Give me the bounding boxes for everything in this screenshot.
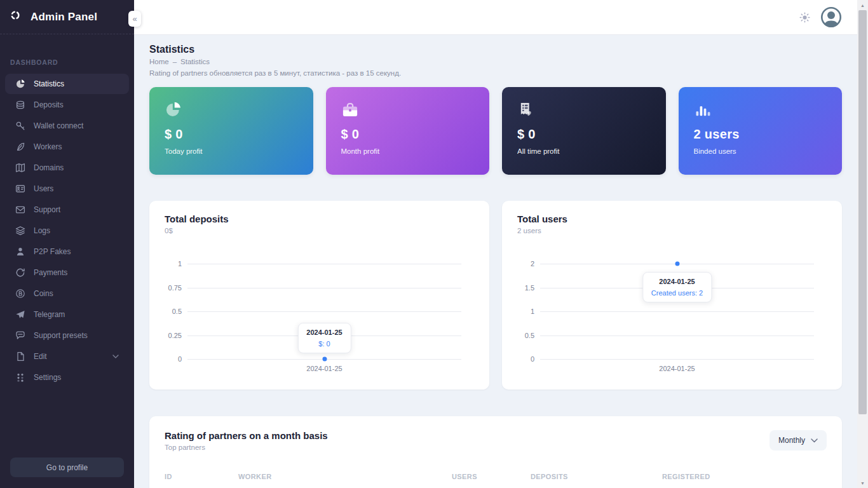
id-card-icon — [15, 184, 25, 194]
partners-subtitle: Top partners — [165, 444, 328, 451]
sidebar-item-label: Payments — [34, 268, 67, 277]
deposits-chart-plot: 10.750.50.2502024-01-25$: 02024-01-25 — [187, 264, 461, 359]
breadcrumb: Home – Statistics — [149, 58, 842, 65]
column-header-worker: WORKER — [238, 473, 452, 480]
stat-card-today-profit: $ 0 Today profit — [149, 87, 313, 175]
y-tick-label: 0.5 — [517, 332, 534, 339]
tooltip-value: Created users: 2 — [651, 289, 703, 297]
sidebar-item-label: Domains — [34, 163, 64, 172]
chart-cards: Total deposits 0$ 10.750.50.2502024-01-2… — [149, 201, 842, 390]
sidebar-item-p2p-fakes[interactable]: P2P Fakes — [5, 241, 129, 262]
sidebar-item-payments[interactable]: Payments — [5, 262, 129, 283]
chevron-down-icon — [811, 438, 818, 443]
stat-card-month-profit: $ 0 Month profit — [326, 87, 490, 175]
scrollbar[interactable]: ▲ ▼ — [857, 0, 868, 488]
brand-logo-icon — [10, 10, 24, 24]
person-icon — [15, 247, 25, 257]
scroll-down-arrow[interactable]: ▼ — [857, 478, 868, 487]
main-content: Statistics Home – Statistics Rating of p… — [134, 36, 857, 488]
sidebar: Admin Panel DASHBOARD Statistics Deposit… — [0, 0, 134, 488]
sidebar-item-logs[interactable]: Logs — [5, 220, 129, 241]
sidebar-item-label: Users — [34, 184, 53, 193]
sidebar-item-label: Coins — [34, 289, 53, 298]
brand-title: Admin Panel — [31, 11, 97, 24]
receipt-icon — [517, 101, 651, 119]
double-chevron-left-icon: « — [132, 14, 137, 24]
sidebar-item-label: Support — [34, 205, 60, 214]
total-users-card: Total users 2 users 21.510.502024-01-25C… — [502, 201, 842, 390]
refresh-note: Rating of partners обновляется раз в 5 м… — [149, 69, 842, 77]
tooltip-title: 2024-01-25 — [651, 278, 703, 285]
sidebar-item-telegram[interactable]: Telegram — [5, 304, 129, 325]
column-header-users: USERS — [452, 473, 531, 480]
envelope-icon — [15, 205, 25, 215]
sidebar-item-coins[interactable]: Coins — [5, 283, 129, 304]
theme-toggle-sun-icon[interactable] — [799, 12, 810, 23]
chart-subtitle: 2 users — [517, 227, 827, 234]
chart-tooltip: 2024-01-25Created users: 2 — [642, 272, 712, 302]
chart-title: Total deposits — [165, 214, 474, 224]
stat-label: Today profit — [165, 147, 298, 155]
period-select[interactable]: Monthly — [770, 430, 827, 451]
y-tick-label: 0.25 — [165, 332, 182, 339]
map-icon — [15, 163, 25, 173]
sidebar-item-domains[interactable]: Domains — [5, 158, 129, 178]
y-tick-label: 2 — [517, 260, 534, 268]
top-header — [134, 0, 857, 35]
total-deposits-card: Total deposits 0$ 10.750.50.2502024-01-2… — [149, 201, 489, 390]
sidebar-item-label: Workers — [34, 142, 62, 151]
stat-label: Month profit — [341, 147, 475, 155]
stat-card-all-time-profit: $ 0 All time profit — [502, 87, 666, 175]
period-select-value: Monthly — [778, 436, 805, 445]
refresh-icon — [15, 268, 25, 278]
y-tick-label: 0 — [517, 355, 534, 363]
user-avatar[interactable] — [821, 7, 841, 27]
pie-chart-icon — [165, 101, 298, 119]
page-title: Statistics — [149, 44, 842, 55]
key-icon — [15, 121, 25, 131]
sidebar-item-label: Deposits — [34, 100, 64, 109]
sidebar-item-settings[interactable]: Settings — [5, 367, 129, 388]
tooltip-value: $: 0 — [306, 340, 342, 348]
users-chart-plot: 21.510.502024-01-25Created users: 22024-… — [540, 264, 814, 359]
partners-table-header: ID WORKER USERS DEPOSITS REGISTERED — [165, 473, 827, 480]
sidebar-item-workers[interactable]: Workers — [5, 137, 129, 157]
briefcase-icon — [341, 101, 475, 119]
sidebar-item-users[interactable]: Users — [5, 179, 129, 199]
scroll-up-arrow[interactable]: ▲ — [857, 1, 868, 10]
bitcoin-icon — [15, 288, 25, 299]
sidebar-collapse-button[interactable]: « — [128, 11, 141, 27]
column-header-id: ID — [165, 473, 238, 480]
breadcrumb-current: Statistics — [180, 58, 210, 65]
sidebar-item-label: Logs — [34, 226, 50, 235]
go-to-profile-button[interactable]: Go to profile — [10, 458, 124, 477]
sidebar-item-label: Support presets — [34, 331, 88, 340]
chart-tooltip: 2024-01-25$: 0 — [297, 323, 351, 353]
chart-subtitle: 0$ — [165, 227, 474, 234]
y-tick-label: 0.75 — [165, 284, 182, 292]
sidebar-item-edit[interactable]: Edit — [5, 346, 129, 367]
stat-value: $ 0 — [165, 127, 298, 142]
sidebar-header: Admin Panel — [0, 0, 134, 34]
scrollbar-thumb[interactable] — [858, 10, 867, 414]
data-point[interactable] — [675, 262, 679, 266]
y-tick-label: 1 — [165, 260, 182, 268]
stat-value: $ 0 — [341, 127, 475, 142]
breadcrumb-separator: – — [173, 58, 177, 65]
column-header-registered: REGISTERED — [662, 473, 827, 480]
x-axis-label: 2024-01-25 — [306, 365, 342, 372]
data-point[interactable] — [322, 357, 327, 362]
sidebar-item-statistics[interactable]: Statistics — [5, 74, 129, 94]
y-tick-label: 0.5 — [165, 308, 182, 315]
partners-rating-card: Rating of partners on a month basis Top … — [149, 416, 842, 488]
sidebar-item-support[interactable]: Support — [5, 200, 129, 220]
partners-title: Rating of partners on a month basis — [165, 430, 328, 441]
sidebar-item-support-presets[interactable]: Support presets — [5, 325, 129, 346]
sidebar-item-deposits[interactable]: Deposits — [5, 95, 129, 115]
layers-icon — [15, 226, 25, 236]
sidebar-item-label: Wallet connect — [34, 121, 83, 130]
y-tick-label: 1.5 — [517, 284, 534, 292]
breadcrumb-home-link[interactable]: Home — [149, 58, 169, 65]
sidebar-item-wallet-connect[interactable]: Wallet connect — [5, 116, 129, 136]
pie-chart-icon — [15, 79, 25, 89]
